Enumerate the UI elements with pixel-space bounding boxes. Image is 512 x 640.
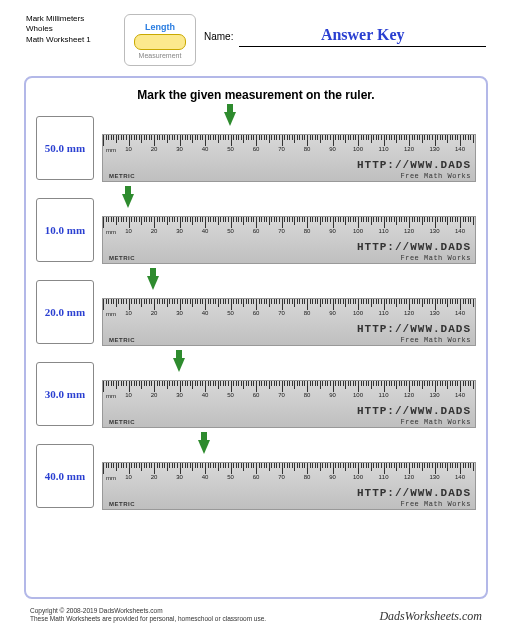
ruler: mm102030405060708090100110120130140150HT…: [102, 380, 476, 428]
title-line-1: Mark Millimeters: [26, 14, 116, 24]
problem-list: 50.0 mmmm1020304050607080901001101201301…: [36, 112, 476, 508]
logo-measurement-text: Measurement: [139, 52, 182, 59]
ruler-watermark-sub: Free Math Works: [400, 172, 471, 180]
value-box: 30.0 mm: [36, 362, 94, 426]
ruler-wrap: mm102030405060708090100110120130140150HT…: [102, 440, 476, 508]
ruler: mm102030405060708090100110120130140150HT…: [102, 216, 476, 264]
metric-label: METRIC: [109, 337, 135, 343]
problem-row: 30.0 mmmm1020304050607080901001101201301…: [36, 358, 476, 426]
ruler-wrap: mm102030405060708090100110120130140150HT…: [102, 112, 476, 180]
copyright: Copyright © 2008-2019 DadsWorksheets.com: [30, 607, 266, 615]
ruler-wrap: mm102030405060708090100110120130140150HT…: [102, 194, 476, 262]
ruler-wrap: mm102030405060708090100110120130140150HT…: [102, 276, 476, 344]
ruler-watermark-sub: Free Math Works: [400, 418, 471, 426]
ruler-watermark: HTTP://WWW.DADS: [357, 405, 471, 417]
arrow-down-icon: [173, 358, 185, 372]
ruler: mm102030405060708090100110120130140150HT…: [102, 462, 476, 510]
title-line-3: Math Worksheet 1: [26, 35, 116, 45]
problem-row: 50.0 mmmm1020304050607080901001101201301…: [36, 112, 476, 180]
arrow-down-icon: [122, 194, 134, 208]
problem-row: 10.0 mmmm1020304050607080901001101201301…: [36, 194, 476, 262]
arrow-down-icon: [198, 440, 210, 454]
ruler-watermark: HTTP://WWW.DADS: [357, 241, 471, 253]
footer: Copyright © 2008-2019 DadsWorksheets.com…: [16, 605, 496, 626]
value-box: 40.0 mm: [36, 444, 94, 508]
ruler-watermark: HTTP://WWW.DADS: [357, 159, 471, 171]
value-box: 20.0 mm: [36, 280, 94, 344]
arrow-down-icon: [224, 112, 236, 126]
ruler-watermark-sub: Free Math Works: [400, 254, 471, 262]
arrow-down-icon: [147, 276, 159, 290]
logo-length-text: Length: [145, 22, 175, 32]
footer-left: Copyright © 2008-2019 DadsWorksheets.com…: [30, 607, 266, 624]
footer-brand: DadsWorksheets.com: [379, 609, 482, 624]
value-box: 10.0 mm: [36, 198, 94, 262]
ruler-watermark-sub: Free Math Works: [400, 500, 471, 508]
problem-row: 40.0 mmmm1020304050607080901001101201301…: [36, 440, 476, 508]
value-box: 50.0 mm: [36, 116, 94, 180]
header: Mark Millimeters Wholes Math Worksheet 1…: [16, 10, 496, 70]
metric-label: METRIC: [109, 419, 135, 425]
metric-label: METRIC: [109, 501, 135, 507]
header-meta: Mark Millimeters Wholes Math Worksheet 1: [26, 14, 116, 45]
ruler-watermark: HTTP://WWW.DADS: [357, 323, 471, 335]
metric-label: METRIC: [109, 173, 135, 179]
ruler-wrap: mm102030405060708090100110120130140150HT…: [102, 358, 476, 426]
instructions: Mark the given measurement on the ruler.: [36, 88, 476, 102]
name-label: Name:: [204, 31, 233, 42]
ruler: mm102030405060708090100110120130140150HT…: [102, 298, 476, 346]
name-value: Answer Key: [239, 26, 486, 47]
problem-row: 20.0 mmmm1020304050607080901001101201301…: [36, 276, 476, 344]
ruler-watermark-sub: Free Math Works: [400, 336, 471, 344]
ruler: mm102030405060708090100110120130140150HT…: [102, 134, 476, 182]
content-frame: Mark the given measurement on the ruler.…: [24, 76, 488, 599]
logo: Length Measurement: [124, 14, 196, 66]
ruler-icon: [134, 34, 186, 50]
metric-label: METRIC: [109, 255, 135, 261]
title-line-2: Wholes: [26, 24, 116, 34]
worksheet-page: Mark Millimeters Wholes Math Worksheet 1…: [16, 10, 496, 626]
footer-note: These Math Worksheets are provided for p…: [30, 615, 266, 623]
name-field: Name: Answer Key: [204, 14, 486, 47]
ruler-watermark: HTTP://WWW.DADS: [357, 487, 471, 499]
